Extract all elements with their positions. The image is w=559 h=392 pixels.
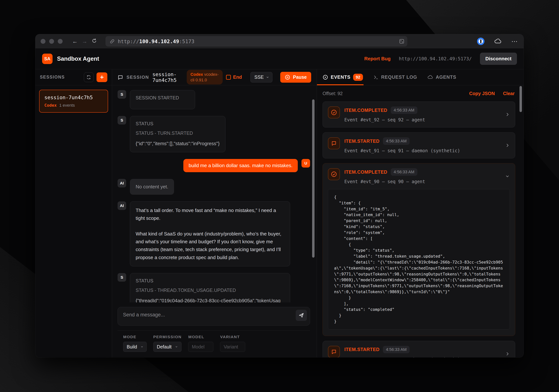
forward-icon[interactable]: → xyxy=(80,38,89,45)
send-button[interactable] xyxy=(296,310,307,321)
event-list: ITEM.COMPLETED 4:56:33 AM Event #evt_92 … xyxy=(317,97,524,357)
zoom-window-button[interactable] xyxy=(58,39,63,44)
onepassword-icon[interactable] xyxy=(477,38,484,45)
message-input-box xyxy=(118,307,310,326)
event-card-expanded[interactable]: ITEM.COMPLETED 4:56:33 AM Event #evt_90 … xyxy=(323,163,515,336)
cloud-icon xyxy=(428,75,433,80)
session-agent: Codex xyxy=(44,103,57,107)
user-message-bubble: build me a billion dollar saas. make no … xyxy=(183,159,298,172)
sse-select[interactable]: SSE xyxy=(251,72,272,82)
pause-icon xyxy=(285,74,290,80)
user-avatar: U xyxy=(301,159,310,168)
agent-version-badge: Codex vcodex-cli 0.91.0 xyxy=(187,70,223,85)
browser-chrome: ← → http://100.94.102.49:5173 xyxy=(35,34,524,48)
url-bar[interactable]: http://100.94.102.49:5173 xyxy=(105,36,407,46)
disconnect-button[interactable]: Disconnect xyxy=(480,53,517,65)
reader-extension-icon[interactable] xyxy=(399,38,405,44)
active-tab-underline xyxy=(317,84,363,85)
check-circle-icon xyxy=(328,168,340,180)
system-avatar: S xyxy=(118,90,126,99)
chrome-toolbar-right: ⋯ xyxy=(477,38,518,45)
message-card: No content yet. xyxy=(130,179,174,195)
event-card[interactable]: ITEM.STARTED 4:56:33 AM Event #evt_89 – … xyxy=(323,341,515,357)
chat-bubble-icon xyxy=(328,137,340,149)
tab-agents[interactable]: AGENTS xyxy=(428,74,456,80)
system-avatar: S xyxy=(118,116,126,125)
event-json: { "item": { "item_id": "itm_5", "native_… xyxy=(334,194,504,324)
report-bug-link[interactable]: Report Bug xyxy=(364,56,391,62)
pause-button[interactable]: Pause xyxy=(280,72,311,83)
event-timestamp: 4:56:33 AM xyxy=(383,346,410,353)
url-text: http://100.94.102.49:5173 xyxy=(118,38,194,44)
event-card[interactable]: ITEM.COMPLETED 4:56:33 AM Event #evt_92 … xyxy=(323,101,515,127)
end-checkbox[interactable] xyxy=(226,75,231,80)
events-toolbar: Offset: 92 Copy JSON Clear xyxy=(317,85,524,97)
new-session-button[interactable]: + xyxy=(96,72,107,82)
session-name: session-7un4c7h5 xyxy=(44,95,103,100)
play-circle-icon xyxy=(323,74,328,80)
event-card[interactable]: ITEM.STARTED 4:56:33 AM Event #evt_91 – … xyxy=(323,132,515,158)
minimize-window-button[interactable] xyxy=(49,39,54,44)
message-input-area: MODE Build PERMISSION Default xyxy=(112,303,317,357)
chat-bubble-icon xyxy=(328,346,340,357)
cloud-icon[interactable] xyxy=(494,38,502,44)
server-url: http://100.94.102.49:5173/ xyxy=(399,56,472,62)
model-input[interactable] xyxy=(188,342,213,352)
event-meta: Event #evt_90 – seq 90 – agent xyxy=(344,179,501,184)
permission-select[interactable]: Default xyxy=(153,342,182,352)
mode-label: MODE xyxy=(123,335,147,339)
chevron-down-icon xyxy=(505,174,510,179)
event-timestamp: 4:56:33 AM xyxy=(383,137,410,145)
clear-button[interactable]: Clear xyxy=(503,91,515,96)
end-label: End xyxy=(233,74,242,80)
variant-input[interactable] xyxy=(220,342,245,352)
session-label: SESSION xyxy=(127,75,149,80)
more-menu-icon[interactable]: ⋯ xyxy=(511,38,518,45)
chevron-down-icon xyxy=(175,345,178,348)
app-header: SA Sandbox Agent Report Bug http://100.9… xyxy=(35,48,524,69)
reload-icon[interactable] xyxy=(89,38,99,45)
speech-bubble-icon xyxy=(118,74,123,80)
session-list-item[interactable]: session-7un4c7h5 Codex1 events xyxy=(39,90,108,113)
message-card: STATUS STATUS - TURN.STARTED {"id":"0","… xyxy=(130,116,225,152)
user-message-row: build me a billion dollar saas. make no … xyxy=(118,159,310,172)
link-icon xyxy=(110,39,115,44)
back-icon[interactable]: ← xyxy=(70,38,80,45)
chevron-right-icon xyxy=(505,351,510,356)
ai-avatar: AI xyxy=(118,179,126,187)
sessions-title: SESSIONS xyxy=(40,75,65,80)
event-timestamp: 4:56:33 AM xyxy=(391,107,417,114)
mode-select[interactable]: Build xyxy=(123,342,147,352)
permission-label: PERMISSION xyxy=(153,335,182,339)
browser-window: ← → http://100.94.102.49:5173 xyxy=(35,34,524,357)
terminal-icon xyxy=(373,75,379,80)
close-window-button[interactable] xyxy=(41,39,46,44)
event-timestamp: 4:56:33 AM xyxy=(391,168,417,176)
chevron-down-icon xyxy=(140,345,143,348)
events-scrollbar[interactable] xyxy=(520,86,522,112)
copy-json-button[interactable]: Copy JSON xyxy=(469,91,495,96)
ai-avatar: AI xyxy=(118,201,126,210)
chat-scrollbar[interactable] xyxy=(312,99,315,258)
sessions-sidebar: SESSIONS + session-7un4c7h5 Codex1 event… xyxy=(35,69,112,357)
event-meta: Event #evt_89 – seq 89 – daemon (synthet… xyxy=(344,357,501,357)
message-input[interactable] xyxy=(123,312,306,323)
chevron-right-icon xyxy=(505,143,510,148)
message-card: SESSION STARTED xyxy=(130,90,195,109)
events-count-badge: 92 xyxy=(353,74,363,81)
check-circle-icon xyxy=(328,107,340,118)
refresh-sessions-button[interactable] xyxy=(84,72,93,82)
ai-message-row: AI That’s a tall order. To move fast and… xyxy=(118,201,310,266)
tab-events[interactable]: EVENTS 92 xyxy=(323,74,363,81)
system-avatar: S xyxy=(118,273,126,282)
tab-request-log[interactable]: REQUEST LOG xyxy=(373,74,417,80)
offset-text: Offset: 92 xyxy=(323,91,343,96)
chevron-right-icon xyxy=(505,112,510,117)
events-panel: EVENTS 92 REQUEST LOG AGENTS xyxy=(317,69,524,357)
system-message-row: S STATUS STATUS - THREAD.TOKEN_USAGE.UPD… xyxy=(118,273,310,303)
chevron-down-icon xyxy=(266,76,269,79)
message-card: That’s a tall order. To move fast and “m… xyxy=(130,201,290,266)
end-checkbox-group[interactable]: End xyxy=(226,74,242,80)
chat-column: SESSION session-7un4c7h5 Codex vcodex-cl… xyxy=(112,69,317,357)
app-title: Sandbox Agent xyxy=(57,55,99,62)
